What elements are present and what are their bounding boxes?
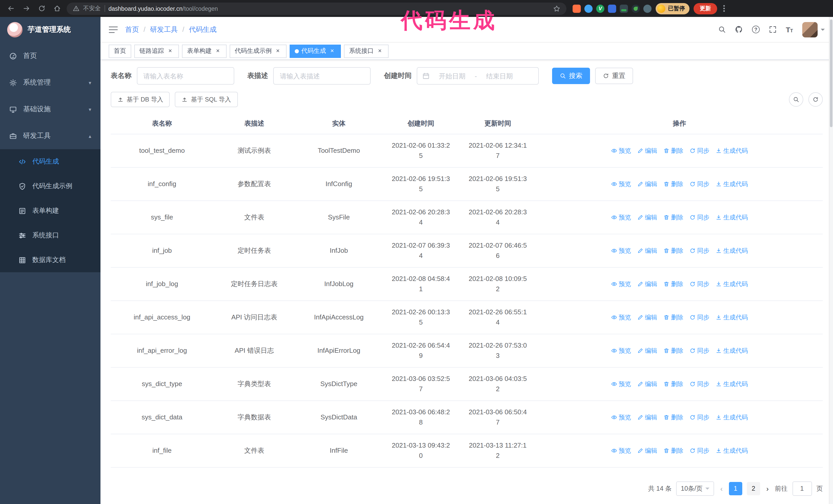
tab-item[interactable]: 代码生成示例× [230,44,287,58]
sidebar-item-form-builder[interactable]: 表单构建 [0,198,100,223]
extension-icon[interactable] [620,4,628,13]
delete-link[interactable]: 删除 [663,412,683,423]
edit-link[interactable]: 编辑 [637,379,657,389]
edit-link[interactable]: 编辑 [637,412,657,423]
preview-link[interactable]: 预览 [611,146,631,156]
delete-link[interactable]: 删除 [663,179,683,189]
date-range-picker[interactable]: - [417,67,539,85]
edit-link[interactable]: 编辑 [637,146,657,156]
preview-link[interactable]: 预览 [611,446,631,456]
toggle-search-button[interactable] [789,92,803,106]
edit-link[interactable]: 编辑 [637,279,657,289]
delete-link[interactable]: 删除 [663,379,683,389]
extension-icon[interactable]: V [596,4,604,13]
forward-icon[interactable] [21,5,32,12]
app-logo-row[interactable]: 芋道管理系统 [0,17,100,43]
github-icon[interactable] [735,26,743,33]
page-button-1[interactable]: 1 [729,482,742,495]
prev-page-icon[interactable]: ‹ [719,484,724,493]
generate-code-link[interactable]: 生成代码 [716,246,748,256]
import-db-button[interactable]: 基于 DB 导入 [111,92,170,107]
browser-menu-icon[interactable] [721,5,727,12]
edit-link[interactable]: 编辑 [637,446,657,456]
bookmark-star-icon[interactable] [553,5,560,12]
sync-link[interactable]: 同步 [689,312,710,322]
preview-link[interactable]: 预览 [611,412,631,423]
edit-link[interactable]: 编辑 [637,246,657,256]
goto-page-input[interactable] [792,481,812,496]
sidebar-item-infra[interactable]: 基础设施 ▾ [0,96,100,123]
sync-link[interactable]: 同步 [689,246,710,256]
address-bar[interactable]: 不安全 dashboard.yudao.iocoder.cn/tool/code… [67,2,567,15]
table-name-input[interactable] [137,67,234,85]
tab-item[interactable]: 链路追踪× [134,44,179,58]
scrollbar-thumb[interactable] [830,20,832,127]
font-size-icon[interactable]: TT [786,26,793,33]
sync-link[interactable]: 同步 [689,212,710,222]
sync-link[interactable]: 同步 [689,412,710,423]
back-icon[interactable] [5,5,17,12]
generate-code-link[interactable]: 生成代码 [716,179,748,189]
hamburger-icon[interactable] [109,25,118,33]
sync-link[interactable]: 同步 [689,146,710,156]
import-sql-button[interactable]: 基于 SQL 导入 [175,92,238,107]
edit-link[interactable]: 编辑 [637,179,657,189]
date-start-input[interactable] [432,72,473,80]
tab-item[interactable]: 代码生成× [290,44,341,58]
reload-icon[interactable] [36,5,47,12]
page-button-2[interactable]: 2 [747,482,760,495]
tab-item[interactable]: 首页 [109,44,131,58]
tab-item[interactable]: 表单构建× [182,44,227,58]
page-size-select[interactable]: 10条/页 [676,481,714,496]
preview-link[interactable]: 预览 [611,279,631,289]
sidebar-item-system-api[interactable]: 系统接口 [0,223,100,248]
preview-link[interactable]: 预览 [611,379,631,389]
edit-link[interactable]: 编辑 [637,312,657,322]
generate-code-link[interactable]: 生成代码 [716,379,748,389]
help-icon[interactable]: ? [752,26,760,33]
date-end-input[interactable] [479,72,520,80]
delete-link[interactable]: 删除 [663,212,683,222]
delete-link[interactable]: 删除 [663,146,683,156]
delete-link[interactable]: 删除 [663,446,683,456]
generate-code-link[interactable]: 生成代码 [716,446,748,456]
sidebar-item-codegen[interactable]: 代码生成 [0,149,100,174]
edit-link[interactable]: 编辑 [637,345,657,356]
refresh-table-button[interactable] [808,92,823,106]
breadcrumb-devtools[interactable]: 研发工具 [150,25,178,34]
sidebar-item-devtools[interactable]: 研发工具 ▴ [0,123,100,149]
profile-chip[interactable]: 已暂停 [656,3,689,14]
preview-link[interactable]: 预览 [611,345,631,356]
sync-link[interactable]: 同步 [689,279,710,289]
tab-close-icon[interactable]: × [214,47,221,55]
preview-link[interactable]: 预览 [611,212,631,222]
generate-code-link[interactable]: 生成代码 [716,412,748,423]
generate-code-link[interactable]: 生成代码 [716,279,748,289]
delete-link[interactable]: 删除 [663,279,683,289]
browser-update-button[interactable]: 更新 [694,3,717,14]
tab-item[interactable]: 系统接口× [344,44,388,58]
sidebar-item-db-doc[interactable]: 数据库文档 [0,248,100,272]
sync-link[interactable]: 同步 [689,379,710,389]
extension-icon[interactable] [632,4,640,13]
user-menu[interactable] [802,22,825,37]
extension-icon[interactable] [585,4,593,13]
sync-link[interactable]: 同步 [689,179,710,189]
delete-link[interactable]: 删除 [663,312,683,322]
breadcrumb-home[interactable]: 首页 [125,25,139,34]
preview-link[interactable]: 预览 [611,312,631,322]
home-icon[interactable] [51,5,63,12]
tab-close-icon[interactable]: × [329,47,336,55]
next-page-icon[interactable]: › [765,484,770,493]
extension-icon[interactable] [573,4,581,13]
preview-link[interactable]: 预览 [611,246,631,256]
table-desc-input[interactable] [273,67,371,85]
delete-link[interactable]: 删除 [663,345,683,356]
search-button[interactable]: 搜索 [552,68,590,84]
extension-icon[interactable] [643,4,651,13]
sync-link[interactable]: 同步 [689,446,710,456]
extension-icon[interactable] [608,4,616,13]
sidebar-item-codegen-example[interactable]: 代码生成示例 [0,174,100,198]
search-icon[interactable] [718,26,726,33]
reset-button[interactable]: 重置 [595,68,633,84]
